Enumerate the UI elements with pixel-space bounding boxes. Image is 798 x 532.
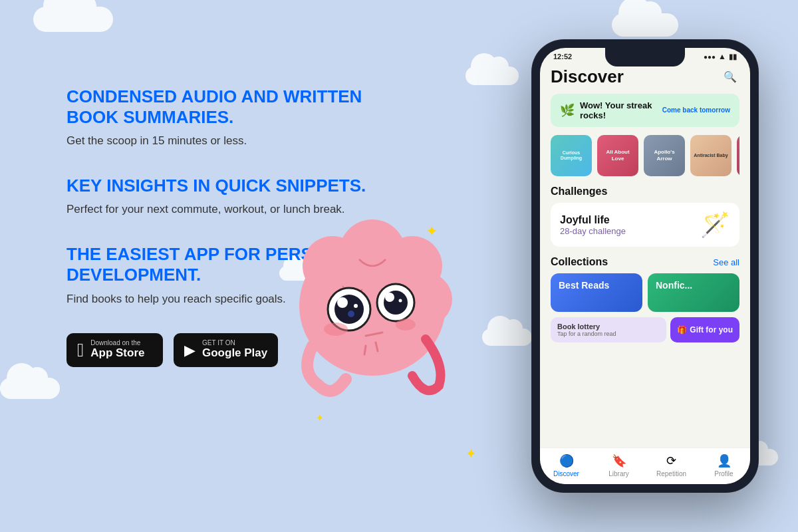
- star-decoration-3: ✦: [466, 446, 477, 462]
- search-button[interactable]: 🔍: [721, 68, 739, 86]
- discover-nav-label: Discover: [553, 470, 579, 477]
- challenge-duration: 28-day challenge: [560, 226, 626, 236]
- phone-notch: [605, 48, 685, 66]
- gift-card[interactable]: 🎁 Gift for you: [670, 317, 739, 342]
- svg-point-13: [385, 293, 394, 302]
- gift-label: Gift for you: [690, 325, 733, 334]
- book-title-3: Apollo's Arrow: [646, 149, 682, 162]
- streak-cta[interactable]: Come back tomorrow: [662, 106, 730, 114]
- see-all-link[interactable]: See all: [713, 257, 739, 267]
- phone-outer-frame: 12:52 ●●● ▲ ▮▮ Discover 🔍 🌿 Wow! Your st…: [532, 40, 758, 492]
- lottery-card[interactable]: Book lottery Tap for a random read: [551, 317, 666, 342]
- repetition-nav-icon: ⟳: [666, 454, 676, 468]
- collection-best-reads-label: Best Reads: [559, 280, 609, 291]
- svg-point-8: [337, 297, 348, 308]
- collection-nonfic-label: Nonfic...: [656, 280, 692, 291]
- book-title-1: Curious Dumpling: [553, 150, 589, 162]
- svg-point-16: [396, 319, 416, 331]
- signal-icon: ●●●: [704, 53, 716, 61]
- wifi-icon: ▲: [718, 52, 726, 61]
- app-discover-title: Discover: [551, 66, 624, 87]
- gift-icon: 🎁: [677, 325, 687, 334]
- challenge-info: Joyful life 28-day challenge: [560, 214, 626, 236]
- book-cover-5[interactable]: PE: [737, 135, 739, 176]
- google-play-top-text: GET IT ON: [202, 340, 267, 346]
- google-play-icon: ▶: [184, 343, 196, 358]
- repetition-nav-label: Repetition: [656, 470, 686, 477]
- app-store-bottom-text: App Store: [90, 346, 144, 360]
- lottery-gift-bar: Book lottery Tap for a random read 🎁 Gif…: [551, 317, 739, 342]
- collection-best-reads[interactable]: Best Reads: [551, 273, 642, 312]
- profile-nav-label: Profile: [714, 470, 733, 477]
- google-play-bottom-text: Google Play: [202, 346, 267, 360]
- lottery-title: Book lottery: [557, 323, 660, 331]
- nav-repetition[interactable]: ⟳ Repetition: [645, 454, 698, 477]
- library-nav-icon: 🔖: [612, 454, 626, 468]
- svg-point-9: [354, 304, 358, 308]
- challenge-name: Joyful life: [560, 214, 626, 226]
- phone-screen: 12:52 ●●● ▲ ▮▮ Discover 🔍 🌿 Wow! Your st…: [540, 48, 750, 484]
- apple-icon: : [77, 341, 84, 360]
- svg-line-19: [364, 346, 366, 354]
- book-cover-2[interactable]: All About Love: [597, 135, 638, 176]
- library-nav-label: Library: [608, 470, 629, 477]
- book-title-2: All About Love: [600, 149, 636, 162]
- cloud-decoration-3: [466, 66, 519, 85]
- collection-nonfic[interactable]: Nonfic...: [648, 273, 739, 312]
- lottery-subtitle: Tap for a random read: [557, 331, 660, 337]
- challenge-card[interactable]: Joyful life 28-day challenge 🪄: [551, 203, 739, 247]
- phone-mockup: 12:52 ●●● ▲ ▮▮ Discover 🔍 🌿 Wow! Your st…: [532, 40, 758, 492]
- challenge-icon: 🪄: [700, 211, 730, 239]
- profile-nav-icon: 👤: [717, 454, 732, 468]
- status-icons: ●●● ▲ ▮▮: [704, 52, 737, 61]
- book-cover-3[interactable]: Apollo's Arrow: [644, 135, 685, 176]
- streak-icon: 🌿: [560, 103, 575, 118]
- feature-title-1: CONDENSED AUDIO AND WRITTEN BOOK SUMMARI…: [66, 86, 372, 128]
- bottom-navigation: 🔵 Discover 🔖 Library ⟳ Repetition 👤 Prof…: [540, 448, 750, 484]
- collections-header: Collections See all: [551, 256, 739, 268]
- google-play-button[interactable]: ▶ GET IT ON Google Play: [174, 333, 278, 366]
- collections-section-title: Collections: [551, 256, 608, 268]
- app-store-top-text: Download on the: [90, 340, 144, 346]
- svg-point-15: [324, 323, 348, 336]
- streak-message: Wow! Your streak rocks!: [580, 100, 657, 120]
- status-time: 12:52: [553, 53, 572, 61]
- feature-block-1: CONDENSED AUDIO AND WRITTEN BOOK SUMMARI…: [66, 86, 372, 149]
- star-decoration-4: ✦: [316, 412, 324, 423]
- feature-title-2: KEY INSIGHTS IN QUICK SNIPPETS.: [66, 176, 372, 196]
- app-content-area: Discover 🔍 🌿 Wow! Your streak rocks! Com…: [540, 61, 750, 342]
- books-row: Curious Dumpling All About Love Apollo's…: [551, 135, 739, 176]
- cloud-decoration-7: [482, 329, 532, 346]
- cloud-decoration-2: [33, 7, 113, 32]
- nav-library[interactable]: 🔖 Library: [593, 454, 645, 477]
- book-cover-4[interactable]: Antiracist Baby: [690, 135, 732, 176]
- feature-desc-1: Get the scoop in 15 minutes or less.: [66, 133, 372, 149]
- cloud-decoration-4: [0, 378, 60, 399]
- svg-point-14: [399, 299, 402, 303]
- discover-nav-icon: 🔵: [559, 454, 574, 468]
- google-play-text: GET IT ON Google Play: [202, 340, 267, 360]
- collections-row: Best Reads Nonfic...: [551, 273, 739, 312]
- app-store-text: Download on the App Store: [90, 340, 144, 360]
- nav-discover[interactable]: 🔵 Discover: [540, 454, 593, 477]
- svg-point-10: [348, 311, 354, 317]
- streak-banner[interactable]: 🌿 Wow! Your streak rocks! Come back tomo…: [551, 94, 739, 127]
- book-cover-1[interactable]: Curious Dumpling: [551, 135, 592, 176]
- app-header: Discover 🔍: [551, 66, 739, 87]
- mascot-character: [279, 200, 466, 412]
- challenges-section-title: Challenges: [551, 186, 739, 198]
- nav-profile[interactable]: 👤 Profile: [698, 454, 750, 477]
- app-store-button[interactable]:  Download on the App Store: [66, 333, 163, 366]
- cloud-decoration-1: [612, 13, 678, 37]
- book-title-4: Antiracist Baby: [694, 153, 728, 158]
- battery-icon: ▮▮: [729, 53, 737, 61]
